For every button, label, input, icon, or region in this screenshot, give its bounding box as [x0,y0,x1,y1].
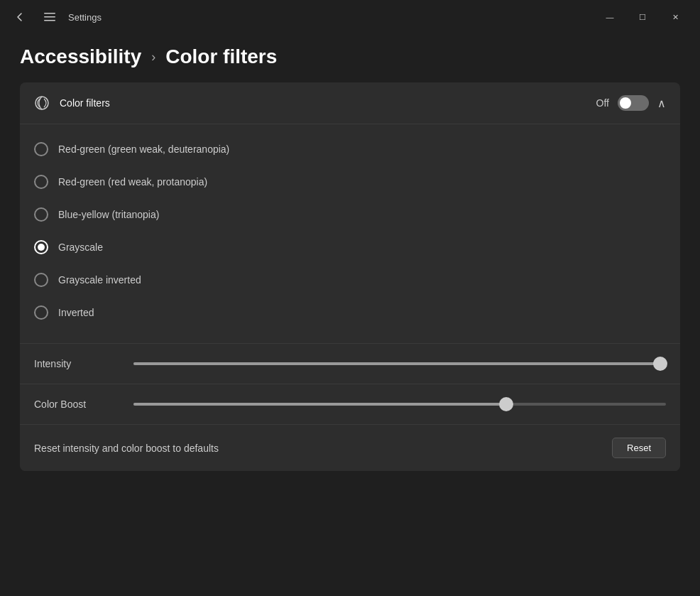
color-boost-label: Color Boost [34,399,133,410]
close-button[interactable]: ✕ [659,6,691,28]
color-filters-toggle[interactable] [618,95,649,111]
reset-row: Reset intensity and color boost to defau… [20,424,680,471]
breadcrumb-separator: › [151,50,155,65]
toggle-label: Off [596,97,609,109]
radio-item-deuteranopia[interactable]: Red-green (green weak, deuteranopia) [34,133,666,166]
radio-circle-protanopia [34,175,48,189]
intensity-slider-fill [133,362,666,365]
color-boost-slider-wrapper [133,403,666,406]
back-button[interactable] [9,6,31,28]
svg-rect-0 [44,13,55,14]
intensity-slider-wrapper [133,362,666,365]
radio-list: Red-green (green weak, deuteranopia) Red… [20,124,680,343]
reset-label: Reset intensity and color boost to defau… [34,443,219,454]
breadcrumb-parent[interactable]: Accessibility [20,45,141,68]
color-boost-slider-thumb[interactable] [499,397,513,411]
intensity-slider-thumb[interactable] [653,357,667,371]
title-bar: Settings — ☐ ✕ [0,0,700,34]
card-header-right: Off ∧ [596,95,666,111]
breadcrumb: Accessibility › Color filters [0,34,700,82]
radio-circle-tritanopia [34,207,48,222]
radio-label-grayscale-inverted: Grayscale inverted [58,274,141,286]
intensity-row: Intensity [20,343,680,384]
window-title: Settings [68,12,102,23]
radio-item-inverted[interactable]: Inverted [34,296,666,329]
title-bar-left: Settings [9,6,102,28]
color-filters-header: Color filters Off ∧ [20,82,680,124]
radio-circle-deuteranopia [34,142,48,156]
color-boost-slider-track[interactable] [133,403,666,406]
menu-button[interactable] [38,6,61,28]
radio-label-protanopia: Red-green (red weak, protanopia) [58,176,207,188]
radio-label-tritanopia: Blue-yellow (tritanopia) [58,209,159,220]
maximize-button[interactable]: ☐ [626,6,659,28]
color-filters-card: Color filters Off ∧ Red-green (green wea… [20,82,680,471]
svg-rect-2 [44,20,55,21]
radio-label-inverted: Inverted [58,307,94,318]
color-filters-title: Color filters [60,97,110,109]
intensity-slider-track[interactable] [133,362,666,365]
radio-item-grayscale[interactable]: Grayscale [34,231,666,264]
reset-button[interactable]: Reset [612,438,666,458]
radio-circle-grayscale [34,240,48,254]
breadcrumb-current: Color filters [165,45,277,68]
color-boost-slider-fill [133,403,506,406]
toggle-knob [620,97,631,109]
color-boost-row: Color Boost [20,384,680,424]
chevron-up-icon[interactable]: ∧ [657,97,666,110]
radio-item-grayscale-inverted[interactable]: Grayscale inverted [34,264,666,296]
radio-circle-inverted [34,305,48,320]
color-filters-icon [34,95,50,111]
radio-circle-grayscale-inverted [34,273,48,287]
minimize-button[interactable]: — [594,6,626,28]
radio-label-grayscale: Grayscale [58,242,103,253]
card-header-left: Color filters [34,95,110,111]
radio-item-protanopia[interactable]: Red-green (red weak, protanopia) [34,166,666,198]
svg-rect-1 [44,16,55,18]
radio-label-deuteranopia: Red-green (green weak, deuteranopia) [58,143,229,155]
radio-item-tritanopia[interactable]: Blue-yellow (tritanopia) [34,198,666,231]
window-controls: — ☐ ✕ [594,6,691,28]
intensity-label: Intensity [34,358,133,369]
